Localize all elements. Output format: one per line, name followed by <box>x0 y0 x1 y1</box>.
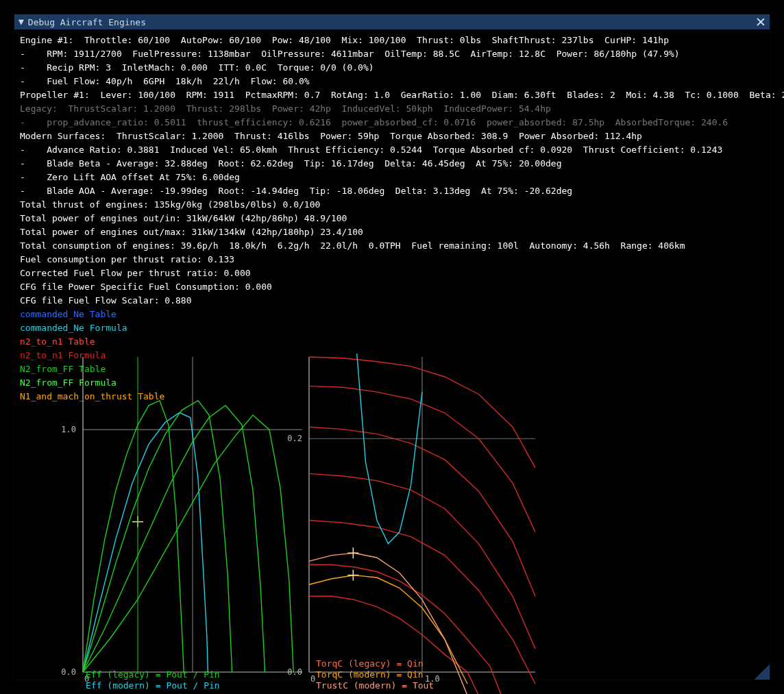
chart-legend-left: Eff (legacy) = Pout / PinEff (modern) = … <box>86 669 220 691</box>
charts-area: 1.00.000.20.001.0 Eff (legacy) = Pout / … <box>28 354 784 694</box>
svg-text:1.0: 1.0 <box>61 425 76 434</box>
resize-grip-icon[interactable] <box>755 665 770 680</box>
svg-text:0.0: 0.0 <box>287 667 302 677</box>
collapse-icon[interactable]: ▼ <box>19 16 24 27</box>
svg-text:0.0: 0.0 <box>61 667 76 677</box>
window-title: Debug Aircraft Engines <box>28 17 146 27</box>
debug-text-block: Engine #1: Throttle: 60/100 AutoPow: 60/… <box>14 29 770 404</box>
chart-legend-right: TorqC (legacy) = QinTorqC (modern) = Qin… <box>316 658 434 691</box>
close-icon[interactable] <box>756 17 765 27</box>
debug-engines-window: ▼ Debug Aircraft Engines Engine #1: Thro… <box>14 14 770 680</box>
titlebar[interactable]: ▼ Debug Aircraft Engines <box>14 14 770 29</box>
svg-text:0: 0 <box>310 674 315 684</box>
svg-text:0.2: 0.2 <box>287 434 302 443</box>
